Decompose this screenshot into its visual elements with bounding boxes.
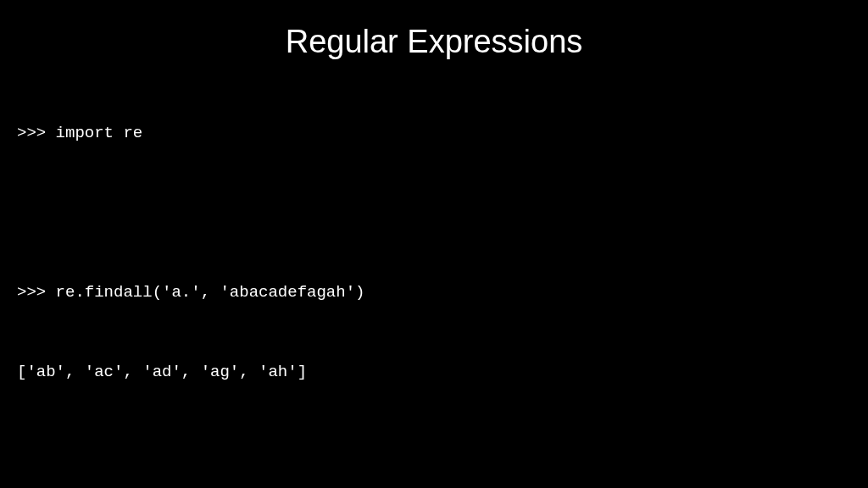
- code-block: >>> import re >>> re.findall('a.', 'abac…: [0, 67, 868, 488]
- blank-line: [17, 200, 851, 226]
- code-line: >>> import re: [17, 120, 851, 147]
- slide-title: Regular Expressions: [0, 0, 868, 67]
- blank-line: [17, 439, 851, 465]
- code-line: >>> re.findall('a.', 'abacadefagah'): [17, 280, 851, 306]
- slide: Regular Expressions >>> import re >>> re…: [0, 0, 868, 488]
- code-line: ['ab', 'ac', 'ad', 'ag', 'ah']: [17, 359, 851, 385]
